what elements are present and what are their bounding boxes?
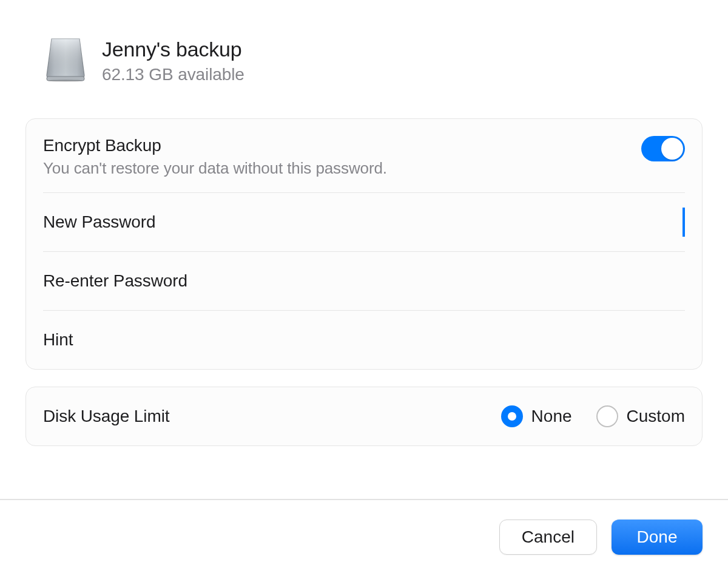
new-password-input[interactable]: [180, 208, 685, 237]
footer: Cancel Done: [0, 499, 728, 579]
disk-icon: [44, 36, 87, 83]
reenter-password-row: Re-enter Password: [26, 252, 702, 310]
radio-label-none: None: [531, 407, 572, 426]
disk-usage-none-option[interactable]: None: [501, 405, 572, 427]
encrypt-backup-label: Encrypt Backup: [43, 136, 387, 155]
encrypt-backup-sublabel: You can't restore your data without this…: [43, 159, 387, 178]
radio-icon: [501, 405, 523, 427]
disk-available: 62.13 GB available: [102, 65, 244, 84]
disk-usage-label: Disk Usage Limit: [43, 407, 169, 426]
disk-usage-row: Disk Usage Limit None Custom: [26, 387, 702, 445]
hint-input[interactable]: [97, 325, 685, 354]
reenter-password-label: Re-enter Password: [43, 271, 187, 291]
disk-header: Jenny's backup 62.13 GB available: [25, 36, 703, 84]
hint-label: Hint: [43, 330, 73, 350]
disk-title: Jenny's backup: [102, 38, 244, 61]
reenter-password-input[interactable]: [212, 266, 685, 296]
disk-usage-panel: Disk Usage Limit None Custom: [25, 387, 703, 446]
cancel-button[interactable]: Cancel: [499, 520, 597, 555]
radio-icon: [596, 405, 618, 427]
hint-row: Hint: [26, 311, 702, 369]
disk-usage-radio-group: None Custom: [501, 405, 685, 427]
radio-label-custom: Custom: [627, 407, 685, 426]
new-password-row: New Password: [26, 193, 702, 251]
encrypt-backup-row: Encrypt Backup You can't restore your da…: [26, 119, 702, 192]
encrypt-backup-toggle[interactable]: [641, 136, 685, 161]
svg-point-1: [49, 80, 83, 82]
disk-usage-custom-option[interactable]: Custom: [596, 405, 685, 427]
encryption-panel: Encrypt Backup You can't restore your da…: [25, 118, 703, 370]
done-button[interactable]: Done: [612, 520, 703, 555]
new-password-label: New Password: [43, 212, 156, 232]
